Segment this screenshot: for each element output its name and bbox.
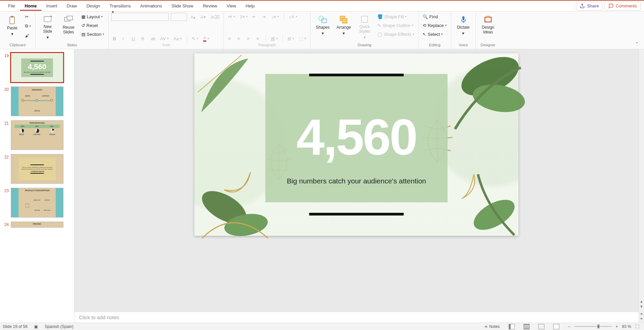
notes-toggle[interactable]: ≐Notes (482, 324, 502, 329)
clear-formatting-button[interactable]: A⌫ (209, 13, 221, 21)
thumbnail-image[interactable]: 4,560 Big numbers catch your audience's … (11, 53, 63, 82)
layout-button[interactable]: ▦Layout▾ (80, 13, 106, 20)
tab-insert[interactable]: Insert (42, 1, 62, 11)
columns-button[interactable]: ▥▾ (269, 35, 279, 42)
cut-button[interactable]: ✂ (24, 13, 32, 20)
next-slide-icon[interactable]: ⏷ (640, 317, 643, 321)
thumbnail-21[interactable]: 21 PERCENTAGES 45% 60% 20% MARS (0, 118, 74, 152)
tab-design[interactable]: Design (82, 1, 105, 11)
new-slide-button[interactable]: + New Slide ▾ (38, 13, 57, 38)
scroll-up-icon[interactable]: ▲ (640, 300, 643, 303)
increase-font-button[interactable]: A▴ (189, 13, 197, 21)
thumbnail-20[interactable]: 20 STRATEGY MARS JUPITER VENUS (0, 84, 74, 118)
indent-button[interactable]: ⇥ (261, 13, 268, 20)
font-family-input[interactable] (111, 13, 169, 21)
current-slide[interactable]: 4,560 Big numbers catch your audience's … (194, 53, 518, 236)
view-slideshow-button[interactable] (551, 324, 561, 329)
char-spacing-button[interactable]: AV▾ (159, 35, 170, 42)
collapse-ribbon-button[interactable]: ˄ (635, 40, 642, 48)
tab-animations[interactable]: Animations (136, 1, 167, 11)
slide-canvas[interactable]: 4,560 Big numbers catch your audience's … (74, 49, 639, 312)
language-indicator[interactable]: Spanish (Spain) (45, 324, 73, 329)
smartart-button[interactable]: ⬚▾ (298, 35, 307, 42)
underline-button[interactable]: U (130, 35, 138, 42)
change-case-button[interactable]: Aa▾ (172, 35, 183, 42)
shapes-button[interactable]: Shapes ▾ (313, 13, 332, 38)
accessibility-button[interactable]: ▣ (32, 324, 40, 329)
shape-fill-button[interactable]: 🪣Shape Fill▾ (376, 13, 415, 20)
zoom-slider-handle[interactable] (597, 325, 599, 328)
notes-pane[interactable]: Click to add notes (74, 312, 639, 323)
thumbnail-22[interactable]: 22 “This is a quote, words full of wisdo… (0, 152, 74, 186)
decrease-font-button[interactable]: A▾ (199, 13, 207, 21)
zoom-slider[interactable] (574, 326, 612, 327)
scroll-down-icon[interactable]: ▼ (640, 305, 643, 308)
tab-view[interactable]: View (222, 1, 241, 11)
view-reading-button[interactable] (536, 324, 546, 329)
highlight-button[interactable]: ✎▾ (190, 35, 200, 42)
comments-button[interactable]: Comments (605, 2, 641, 10)
tab-help[interactable]: Help (241, 1, 259, 11)
shape-effects-button[interactable]: ◯Shape Effects▾ (376, 30, 415, 38)
section-button[interactable]: ▤Section▾ (80, 30, 106, 38)
zoom-in-button[interactable]: + (614, 324, 620, 329)
shape-outline-button[interactable]: ✎Shape Outline▾ (376, 22, 415, 29)
thumbnail-image[interactable]: PERCENTAGES 45% 60% 20% MARS JUPITER (11, 120, 63, 150)
select-button[interactable]: ↖Select▾ (421, 30, 448, 38)
thumbnail-24[interactable]: 24 PRICING (0, 220, 74, 228)
reset-button[interactable]: ↺Reset (80, 22, 106, 29)
outdent-button[interactable]: ⇤ (251, 13, 259, 20)
paste-button[interactable]: Paste ▾ (3, 14, 22, 39)
subtitle-text[interactable]: Big numbers catch your audience's attent… (287, 177, 426, 185)
tab-slideshow[interactable]: Slide Show (167, 1, 198, 11)
zoom-percent[interactable]: 83 % (622, 324, 631, 329)
tab-draw[interactable]: Draw (62, 1, 82, 11)
view-normal-button[interactable] (507, 324, 517, 329)
thumbnail-image[interactable]: STRATEGY MARS JUPITER VENUS (11, 86, 63, 116)
align-text-button[interactable]: ⊞▾ (286, 35, 296, 42)
shadow-button[interactable]: ab (149, 35, 157, 42)
replace-button[interactable]: ⟲Replace▾ (421, 22, 448, 29)
align-left-button[interactable]: ≡ (226, 35, 234, 42)
thumbnail-image[interactable]: “This is a quote, words full of wisdom t… (11, 154, 63, 184)
prev-slide-icon[interactable]: ⏶ (640, 312, 643, 315)
arrange-button[interactable]: Arrange ▾ (334, 13, 353, 38)
reuse-slides-button[interactable]: Reuse Slides (59, 13, 78, 38)
find-button[interactable]: 🔍Find (421, 13, 448, 20)
tab-home[interactable]: Home (20, 1, 42, 11)
justify-button[interactable]: ≡ (255, 35, 262, 42)
thumbnail-title: PRODUCT DESCRIPTION (19, 189, 55, 192)
slide-counter[interactable]: Slide 19 of 56 (3, 324, 27, 329)
font-color-button[interactable]: A▾ (202, 35, 211, 42)
fit-to-window-button[interactable]: ⛶ (633, 324, 641, 329)
tab-review[interactable]: Review (198, 1, 222, 11)
text-direction-button[interactable]: ↕A▾ (288, 13, 298, 20)
font-size-input[interactable] (171, 13, 187, 21)
thumbnail-image[interactable]: PRICING (11, 222, 63, 228)
italic-button[interactable]: I (121, 35, 128, 42)
zoom-out-button[interactable]: − (566, 324, 572, 329)
quick-styles-button[interactable]: Quick Styles ▾ (355, 13, 374, 38)
line-spacing-button[interactable]: ↕≡▾ (270, 13, 280, 20)
format-painter-button[interactable]: 🖌 (24, 32, 32, 39)
slide-thumbnails-panel[interactable]: 19 4,560 Big numbers catch your audience… (0, 49, 74, 323)
thumbnail-19[interactable]: 19 4,560 Big numbers catch your audience… (0, 51, 74, 84)
thumbnail-image[interactable]: PRODUCT DESCRIPTION MERCURY ⬚ JUPITER SA… (11, 188, 63, 218)
align-center-button[interactable]: ≡ (236, 35, 243, 42)
design-ideas-button[interactable]: Design Ideas (479, 13, 498, 38)
strike-button[interactable]: S (140, 35, 147, 42)
tab-transitions[interactable]: Transitions (105, 1, 135, 11)
bullets-button[interactable]: •≡▾ (226, 13, 236, 20)
bold-button[interactable]: B (111, 35, 119, 42)
notes-placeholder[interactable]: Click to add notes (79, 314, 119, 320)
big-number[interactable]: 4,560 (296, 108, 416, 167)
numbering-button[interactable]: 1≡▾ (239, 13, 249, 20)
vertical-scrollbar[interactable]: ▲ ▼ ⏶ ⏷ (639, 49, 644, 323)
share-button[interactable]: Share (576, 2, 602, 10)
dictate-button[interactable]: Dictate ▾ (454, 13, 473, 38)
align-right-button[interactable]: ≡ (245, 35, 253, 42)
thumbnail-23[interactable]: 23 PRODUCT DESCRIPTION MERCURY ⬚ JUPITER… (0, 186, 74, 220)
tab-file[interactable]: File (3, 1, 20, 11)
view-sorter-button[interactable] (521, 324, 532, 329)
copy-button[interactable]: ⧉▾ (24, 22, 32, 30)
